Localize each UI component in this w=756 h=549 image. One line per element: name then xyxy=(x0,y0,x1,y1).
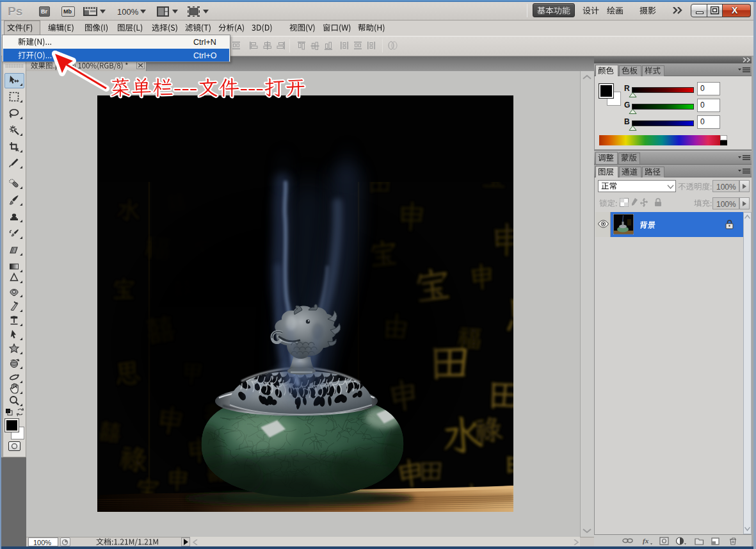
svg-text:fx: fx xyxy=(643,537,649,545)
